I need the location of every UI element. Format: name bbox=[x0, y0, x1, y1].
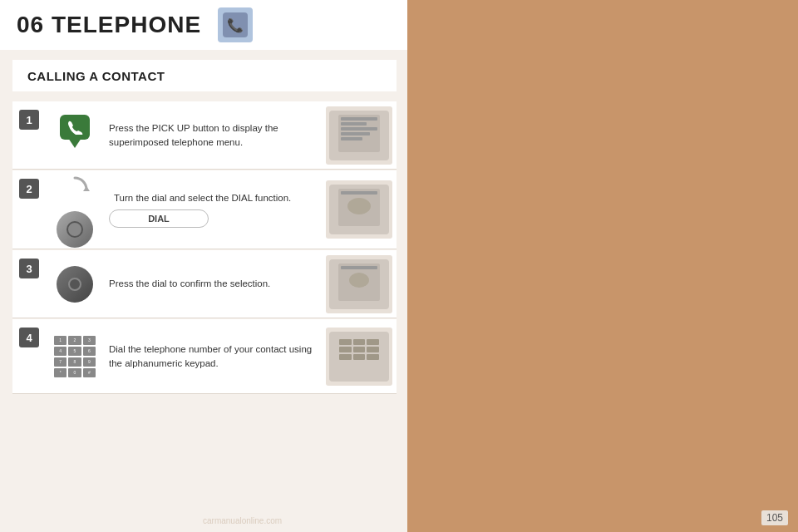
step-number-1: 1 bbox=[19, 110, 39, 130]
dial-icon-2 bbox=[57, 211, 93, 248]
page-number: 105 bbox=[761, 510, 788, 525]
section-title-bar: CALLING A CONTACT bbox=[12, 60, 397, 91]
step-2-icon bbox=[46, 171, 104, 248]
header: 06 TELEPHONE 📞 bbox=[0, 0, 407, 50]
step-1-icon bbox=[46, 115, 104, 156]
step-3-icon bbox=[46, 266, 104, 303]
svg-text:📞: 📞 bbox=[227, 17, 244, 33]
step-row-4: 4 123 456 789 *0# Dial the telephone num… bbox=[12, 319, 397, 394]
step-row-3: 3 Press the dial to confirm the selectio… bbox=[12, 250, 397, 318]
step-4-text: Dial the telephone number of your contac… bbox=[104, 342, 326, 369]
step-4-screenshot bbox=[326, 328, 392, 386]
step-number-3: 3 bbox=[19, 259, 39, 278]
svg-marker-2 bbox=[83, 186, 90, 191]
step-3-text: Press the dial to confirm the selection. bbox=[104, 277, 326, 290]
green-phone-icon-1 bbox=[57, 115, 93, 156]
step-row-2: 2 Turn the dial and select the DIAL func… bbox=[12, 170, 397, 249]
left-section-title: CALLING A CONTACT bbox=[27, 69, 165, 83]
step-row-1: 1 Press the PICK UP button to display th… bbox=[12, 101, 397, 170]
keypad-icon-4: 123 456 789 *0# bbox=[54, 336, 96, 377]
step-2-screenshot bbox=[326, 180, 392, 239]
watermark: carmanualonline.com bbox=[203, 516, 595, 525]
step-number-2: 2 bbox=[19, 179, 39, 199]
left-panel: 06 TELEPHONE 📞 CALLING A CONTACT 1 Pres bbox=[0, 0, 407, 532]
step-4-icon: 123 456 789 *0# bbox=[46, 336, 104, 377]
step-3-screenshot bbox=[326, 255, 392, 313]
step-1-text: Press the PICK UP button to display the … bbox=[104, 121, 326, 148]
right-panel: 5 Press the PICK UP button to call the n… bbox=[407, 0, 798, 532]
press-dial-icon bbox=[57, 266, 93, 303]
chapter-title: 06 TELEPHONE bbox=[17, 12, 201, 38]
dial-bar: DIAL bbox=[109, 209, 209, 228]
step-2-text: Turn the dial and select the DIAL functi… bbox=[109, 191, 321, 204]
step-1-screenshot bbox=[326, 106, 392, 165]
step-number-4: 4 bbox=[19, 328, 39, 347]
telephone-icon: 📞 bbox=[218, 7, 253, 42]
dial-turn-arrow bbox=[57, 171, 93, 208]
